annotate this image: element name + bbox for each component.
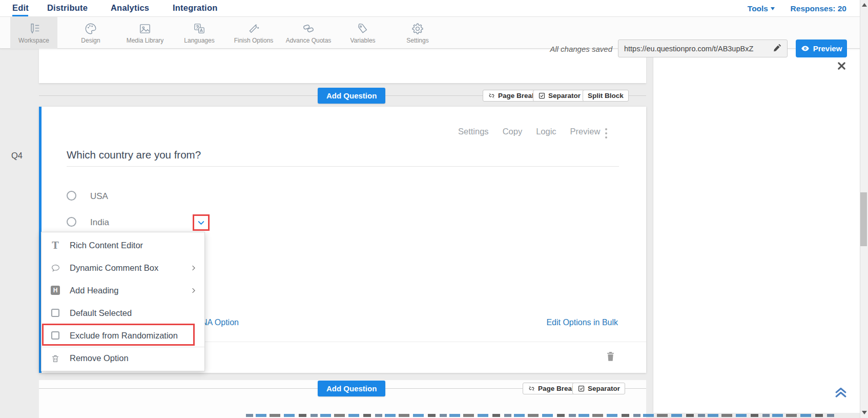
page-break-label: Page Break — [498, 92, 536, 99]
answer-option-india[interactable]: India — [90, 217, 109, 228]
separator-checkbox-icon — [577, 385, 585, 392]
toolbar-item-design[interactable]: Design — [66, 17, 115, 49]
question-more-menu-icon[interactable] — [605, 128, 607, 138]
top-nav: Edit Distribute Analytics Integration To… — [0, 0, 868, 17]
toolbar-label: Media Library — [127, 37, 164, 44]
nav-tab-distribute[interactable]: Distribute — [47, 3, 88, 13]
double-chevron-up-icon[interactable] — [833, 384, 849, 401]
checkbox-icon — [49, 331, 61, 340]
split-block-label: Split Block — [588, 92, 624, 99]
scrollbar-thumb[interactable] — [860, 192, 867, 246]
preview-button[interactable]: Preview — [796, 39, 847, 57]
toolbar-label: Settings — [406, 37, 428, 44]
separator-label: Separator — [588, 385, 620, 392]
toolbar-label: Finish Options — [234, 37, 274, 44]
responses-link[interactable]: Responses: 20 — [791, 4, 846, 13]
chevron-right-icon — [190, 264, 197, 272]
menu-item-label: Add Heading — [70, 286, 190, 295]
separator-button-bottom[interactable]: Separator — [572, 383, 625, 394]
question-number-label: Q4 — [11, 151, 23, 161]
toolbar-label: Workspace — [18, 37, 49, 44]
magic-wand-icon — [247, 22, 260, 35]
separator-label: Separator — [548, 92, 581, 99]
clipped-next-question-text — [246, 414, 835, 417]
menu-item-add-heading[interactable]: Add Heading — [42, 279, 204, 302]
menu-item-remove-option[interactable]: Remove Option — [42, 347, 204, 369]
question-title[interactable]: Which country are you from? — [67, 149, 201, 161]
menu-item-label: Dynamic Comment Box — [70, 263, 190, 273]
toolbar-label: Advance Quotas — [286, 37, 332, 44]
toolbar-label: Languages — [184, 37, 214, 44]
split-block-button[interactable]: Split Block — [583, 90, 629, 102]
heading-icon — [49, 286, 61, 295]
toolbar-item-media-library[interactable]: Media Library — [120, 17, 170, 49]
separator-checkbox-icon — [538, 92, 546, 99]
autosave-status: All changes saved — [487, 45, 612, 53]
toolbar-item-variables[interactable]: Variables — [338, 17, 387, 49]
question-copy-link[interactable]: Copy — [503, 127, 523, 136]
toolbar-label: Variables — [350, 37, 375, 44]
option-context-menu: Rich Content Editor Dynamic Comment Box … — [41, 232, 205, 371]
answer-option-usa[interactable]: USA — [90, 191, 108, 202]
edit-url-pencil-icon[interactable] — [773, 44, 781, 54]
menu-item-rich-content-editor[interactable]: Rich Content Editor — [42, 234, 204, 256]
question-settings-panel — [653, 49, 860, 413]
trash-icon — [49, 354, 61, 363]
question-title-underline — [67, 166, 619, 167]
na-option-link[interactable]: NA Option — [201, 318, 239, 327]
delete-question-trash-icon[interactable] — [606, 351, 615, 364]
separator-button-top[interactable]: Separator — [533, 90, 586, 102]
toolbar-item-finish-options[interactable]: Finish Options — [229, 17, 278, 49]
scrollbar-down-arrow[interactable] — [862, 411, 867, 414]
image-icon — [138, 22, 152, 35]
add-question-button-top[interactable]: Add Question — [318, 88, 385, 104]
menu-item-dynamic-comment-box[interactable]: Dynamic Comment Box — [42, 256, 204, 279]
page-break-label: Page Break — [538, 385, 576, 392]
toolbar-item-advance-quotas[interactable]: Advance Quotas — [284, 17, 333, 49]
nav-tab-integration[interactable]: Integration — [173, 3, 217, 13]
menu-item-default-selected[interactable]: Default Selected — [42, 302, 204, 324]
question-logic-link[interactable]: Logic — [536, 127, 556, 136]
chevron-down-icon — [196, 218, 206, 228]
toolbar-item-workspace[interactable]: Workspace — [10, 17, 57, 49]
text-format-icon — [49, 240, 61, 251]
tools-label: Tools — [748, 4, 768, 13]
previous-block-bottom — [39, 49, 646, 83]
question-action-links: Settings Copy Logic Preview — [458, 127, 600, 136]
active-tab-underline — [12, 15, 28, 16]
chevron-right-icon — [190, 287, 197, 294]
menu-item-label: Rich Content Editor — [70, 241, 197, 250]
survey-url-input[interactable] — [618, 39, 788, 57]
radio-option-circle[interactable] — [67, 191, 76, 201]
palette-icon — [84, 22, 97, 35]
nav-tab-edit[interactable]: Edit — [12, 3, 29, 13]
gear-icon — [411, 22, 424, 35]
menu-item-exclude-from-randomization[interactable]: Exclude from Randomization — [42, 324, 204, 347]
option-menu-trigger[interactable] — [193, 214, 210, 231]
chevron-down-icon — [771, 7, 775, 12]
edit-options-in-bulk-link[interactable]: Edit Options in Bulk — [533, 318, 618, 327]
nav-tab-analytics[interactable]: Analytics — [111, 3, 149, 13]
toolbar-item-languages[interactable]: Languages — [175, 17, 224, 49]
toolbar-label: Design — [81, 37, 100, 44]
questionpro-survey-editor: Edit Distribute Analytics Integration To… — [0, 0, 868, 418]
eye-icon — [801, 44, 810, 53]
page-break-icon — [528, 385, 535, 392]
radio-option-circle[interactable] — [67, 217, 76, 227]
toolbar-item-settings[interactable]: Settings — [393, 17, 442, 49]
menu-item-label: Default Selected — [70, 308, 197, 318]
comment-bubble-icon — [49, 263, 61, 273]
question-settings-link[interactable]: Settings — [458, 127, 489, 136]
tools-menu-button[interactable]: Tools — [748, 4, 775, 13]
question-preview-link[interactable]: Preview — [570, 127, 601, 136]
page-break-button-top[interactable]: Page Break — [483, 90, 541, 102]
scrollbar-up-arrow[interactable] — [862, 3, 867, 7]
add-question-button-bottom[interactable]: Add Question — [318, 381, 385, 396]
close-panel-icon[interactable] — [836, 61, 847, 73]
editor-toolbar: Workspace Design Media Library Languages… — [0, 17, 868, 49]
checkbox-icon — [49, 309, 61, 317]
translate-icon — [193, 22, 206, 35]
menu-item-label: Remove Option — [70, 353, 197, 363]
page-break-icon — [488, 92, 495, 99]
workspace-icon — [27, 22, 40, 35]
